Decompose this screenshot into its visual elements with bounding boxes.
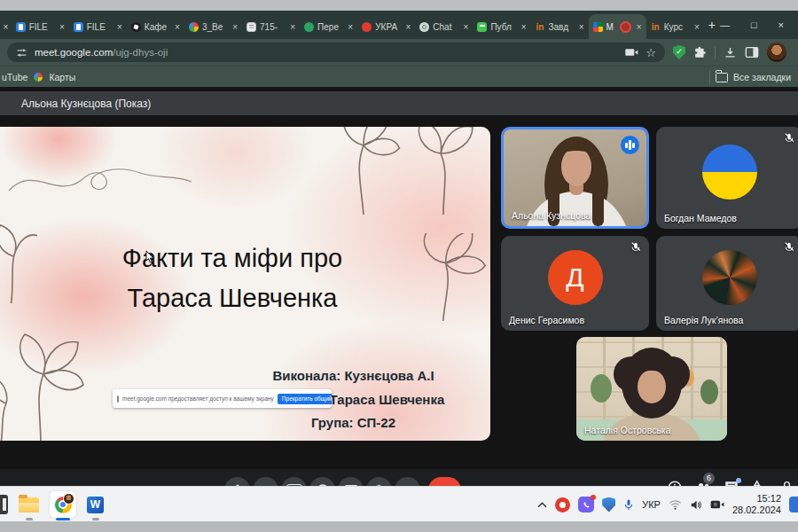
browser-tab[interactable]: Пере ×	[300, 14, 357, 39]
browser-tab[interactable]: in Завд ×	[530, 14, 588, 39]
side-panel-icon[interactable]	[745, 46, 759, 59]
browser-toolbar: meet.google.com/ujg-dhys-oji ☆ ✓	[0, 39, 798, 66]
lms-icon: in	[651, 22, 661, 32]
tab-close-icon[interactable]: ×	[290, 22, 295, 32]
browser-tab[interactable]: Chat ×	[415, 14, 473, 39]
tab-close-icon[interactable]: ×	[232, 22, 238, 32]
active-app-indicator	[56, 518, 70, 520]
security-shield-icon[interactable]	[602, 497, 615, 512]
flower-line-art	[417, 233, 490, 322]
tray-microphone-icon[interactable]	[623, 498, 634, 512]
screen: × FILE × FILE × Кафе × 3_Ве × 715- ×	[0, 0, 798, 532]
browser-tab[interactable]: Кафе ×	[127, 14, 184, 39]
meet-page: Альона Кузнєцова (Показ)	[0, 87, 798, 486]
viber-notification-dot	[591, 495, 596, 500]
window-controls: — □ ×	[720, 20, 794, 30]
tab-close-icon[interactable]: ×	[579, 22, 584, 32]
word-taskbar-button[interactable]: W	[87, 487, 104, 522]
taskbar-apps: W	[0, 487, 104, 522]
file-explorer-button[interactable]	[19, 487, 39, 522]
wifi-icon[interactable]	[669, 499, 682, 510]
close-window-button[interactable]: ×	[778, 20, 784, 30]
maximize-button[interactable]: □	[751, 20, 757, 30]
browser-tab[interactable]: in Курс ×	[646, 14, 704, 39]
bookmarks-bar: uTube Карты Все закладки	[0, 66, 798, 88]
camera-in-use-icon[interactable]	[625, 47, 638, 58]
tab-close-icon[interactable]: ×	[464, 22, 469, 32]
green-site-icon	[304, 22, 314, 32]
browser-tab[interactable]: УКРА ×	[357, 14, 415, 39]
participant-name: Денис Герасимов	[509, 315, 584, 325]
participant-tile-valeriia[interactable]: Валерія Лук’янова	[656, 236, 798, 331]
tab-close-icon[interactable]: ×	[694, 22, 700, 32]
warning-badge	[610, 506, 617, 513]
tab-close-icon[interactable]: ×	[405, 22, 411, 32]
ukraine-flag-avatar	[702, 145, 757, 200]
mic-muted-icon	[630, 241, 642, 254]
tray-overflow-chevron-icon[interactable]	[537, 502, 547, 508]
browser-tab[interactable]: FILE ×	[69, 14, 127, 39]
participant-tile-bohdan[interactable]: Богдан Мамедов	[656, 127, 798, 229]
participant-tile-denys[interactable]: Д Денис Герасимов	[501, 236, 649, 331]
cropped-app-icon[interactable]	[0, 495, 8, 514]
site-logo-icon	[131, 22, 141, 32]
taskbar-clock[interactable]: 15:12 28.02.2024	[732, 493, 781, 516]
browser-tab[interactable]: 3_Ве ×	[184, 14, 242, 39]
tab-close-icon[interactable]: ×	[59, 22, 65, 32]
site-info-icon[interactable]	[16, 47, 27, 59]
mic-muted-icon	[783, 132, 795, 145]
adblock-shield-icon[interactable]: ✓	[673, 45, 685, 59]
divider	[715, 46, 716, 59]
extensions-puzzle-icon[interactable]	[693, 46, 707, 59]
participant-name: Валерія Лук’янова	[664, 315, 743, 325]
bookmark-maps[interactable]: Карты	[49, 72, 75, 82]
participants-count-badge: 6	[703, 473, 715, 484]
browser-tab[interactable]: Публ ×	[473, 14, 530, 39]
tiger-photo-avatar	[702, 250, 757, 305]
tab-close-icon[interactable]: ×	[521, 22, 527, 32]
chrome-taskbar-button[interactable]	[50, 487, 76, 522]
recording-indicator-icon	[620, 21, 631, 33]
mouse-cursor	[145, 251, 154, 263]
all-bookmarks-button[interactable]: Все закладки	[733, 72, 791, 82]
tab-close-icon[interactable]: ×	[348, 22, 353, 32]
browser-tab[interactable]: 715- ×	[242, 14, 300, 39]
google-maps-icon	[34, 73, 43, 82]
meet-main-area: Факти та міфи про Тараса Шевченка Викона…	[0, 115, 798, 441]
viber-icon[interactable]	[578, 497, 594, 512]
windows-taskbar: W УКР	[0, 486, 798, 522]
minimize-button[interactable]: —	[720, 20, 730, 30]
pinwheel-icon	[189, 22, 199, 32]
tab-close-icon[interactable]: ×	[637, 22, 642, 32]
cast-icon	[117, 395, 119, 403]
cropped-tray-icon[interactable]	[789, 497, 798, 512]
top-matte	[0, 0, 798, 11]
browser-tab[interactable]: FILE ×	[12, 14, 69, 39]
bookmark-star-icon[interactable]: ☆	[645, 46, 656, 59]
tab-close-icon[interactable]: ×	[117, 22, 122, 32]
bottom-matte	[0, 521, 798, 532]
participant-name: Богдан Мамедов	[664, 213, 737, 223]
tab-close-icon[interactable]: ×	[0, 14, 12, 39]
profile-avatar[interactable]	[767, 43, 786, 62]
flower-line-art	[0, 224, 37, 304]
bookmark-youtube[interactable]: uTube	[2, 72, 27, 82]
tray-red-app-icon[interactable]	[555, 497, 570, 512]
shared-presentation-slide[interactable]: Факти та міфи про Тараса Шевченка Викона…	[0, 127, 490, 441]
chrome-profile-avatar	[63, 493, 74, 505]
tray-camera-icon[interactable]	[710, 499, 724, 510]
share-message: meet.google.com предоставляет доступ к в…	[122, 395, 274, 402]
volume-icon[interactable]	[690, 499, 702, 511]
document-icon	[246, 22, 256, 32]
participant-tile-alona[interactable]: Альона Кузнєцова	[501, 127, 649, 229]
new-tab-button[interactable]: +	[704, 14, 720, 35]
running-indicator	[92, 518, 99, 520]
downloads-icon[interactable]	[724, 46, 737, 59]
participant-tile-nataliia[interactable]: Наталія Островська	[576, 337, 727, 441]
tab-close-icon[interactable]: ×	[175, 22, 180, 32]
stop-sharing-button[interactable]: Прекратить общий доступ	[278, 394, 332, 404]
browser-tab-active-meet[interactable]: M ×	[589, 14, 646, 39]
language-indicator[interactable]: УКР	[642, 499, 661, 510]
speaking-indicator-icon	[621, 136, 639, 154]
address-bar[interactable]: meet.google.com/ujg-dhys-oji ☆	[7, 43, 665, 62]
